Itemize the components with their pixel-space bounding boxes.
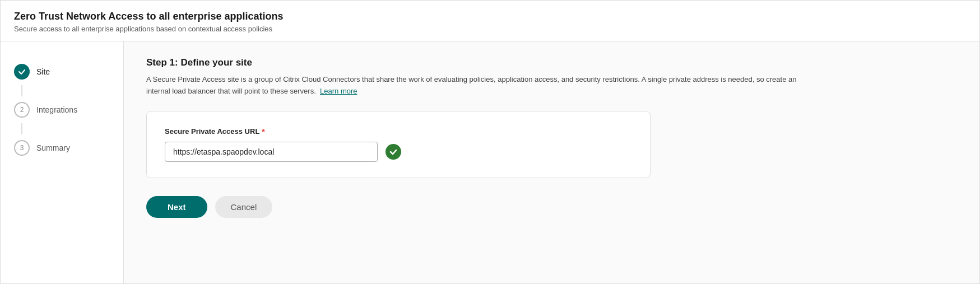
- step-circle-site: [14, 64, 30, 80]
- step-circle-integrations: 2: [14, 102, 30, 118]
- page-title: Zero Trust Network Access to all enterpr…: [14, 11, 966, 22]
- input-row: [165, 142, 632, 162]
- step-description-text: A Secure Private Access site is a group …: [146, 75, 797, 95]
- step-connector-2: [21, 123, 22, 134]
- sidebar: Site 2 Integrations 3 Summary: [1, 41, 124, 283]
- page-subtitle: Secure access to all enterprise applicat…: [14, 25, 966, 33]
- step-heading: Step 1: Define your site: [146, 57, 957, 68]
- sidebar-step-label-site: Site: [36, 67, 50, 76]
- url-input[interactable]: [165, 142, 378, 162]
- step-number-summary: 3: [20, 144, 24, 152]
- sidebar-step-label-summary: Summary: [36, 143, 70, 152]
- page-wrapper: Zero Trust Network Access to all enterpr…: [0, 0, 980, 284]
- step-description: A Secure Private Access site is a group …: [146, 74, 819, 97]
- button-row: Next Cancel: [146, 196, 957, 218]
- main-content: Step 1: Define your site A Secure Privat…: [124, 41, 979, 283]
- step-circle-summary: 3: [14, 140, 30, 156]
- form-card: Secure Private Access URL *: [146, 111, 651, 178]
- sidebar-step-label-integrations: Integrations: [36, 105, 77, 114]
- cancel-button[interactable]: Cancel: [215, 196, 273, 218]
- sidebar-item-integrations[interactable]: 2 Integrations: [1, 96, 123, 123]
- check-svg: [389, 147, 398, 156]
- learn-more-link[interactable]: Learn more: [320, 87, 357, 95]
- sidebar-item-site[interactable]: Site: [1, 58, 123, 85]
- page-body: Site 2 Integrations 3 Summary Step 1: De…: [1, 41, 979, 283]
- field-label: Secure Private Access URL *: [165, 127, 632, 136]
- required-star: *: [262, 127, 264, 136]
- page-header: Zero Trust Network Access to all enterpr…: [1, 1, 979, 41]
- field-label-text: Secure Private Access URL: [165, 127, 259, 136]
- sidebar-item-summary[interactable]: 3 Summary: [1, 134, 123, 161]
- step-number-integrations: 2: [20, 106, 24, 114]
- validation-check-icon: [386, 144, 401, 160]
- checkmark-icon: [18, 68, 26, 76]
- step-connector-1: [21, 85, 22, 96]
- next-button[interactable]: Next: [146, 196, 207, 218]
